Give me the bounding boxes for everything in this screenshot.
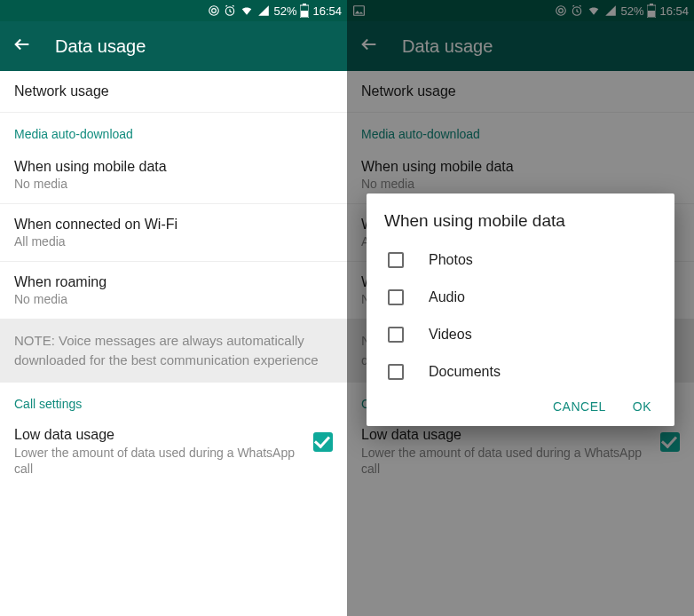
- checkbox-unchecked-icon[interactable]: [388, 289, 404, 305]
- dialog-mobile-data: When using mobile data Photos Audio Vide…: [367, 193, 674, 426]
- signal-icon: [257, 4, 270, 17]
- option-photos[interactable]: Photos: [384, 241, 657, 279]
- settings-list: Network usage Media auto-download When u…: [0, 71, 347, 488]
- alarm-icon: [224, 4, 236, 17]
- row-sub: All media: [14, 234, 333, 249]
- row-mobile-data[interactable]: When using mobile data No media: [0, 146, 347, 204]
- svg-rect-5: [301, 11, 308, 17]
- clock-text: 16:54: [312, 4, 342, 18]
- dialog-title: When using mobile data: [384, 211, 657, 231]
- row-network-usage[interactable]: Network usage: [0, 71, 347, 113]
- back-icon[interactable]: [12, 35, 32, 58]
- svg-point-0: [209, 6, 219, 16]
- wifi-icon: [240, 4, 254, 17]
- row-label: Low data usage: [14, 427, 304, 443]
- row-label: When connected on Wi-Fi: [14, 217, 333, 233]
- svg-point-1: [212, 9, 217, 13]
- battery-icon: [300, 4, 309, 18]
- note-text: NOTE: Voice messages are always automati…: [0, 319, 347, 383]
- option-label: Audio: [429, 289, 465, 305]
- screen-left: 52% 16:54 Data usage Network usage Media…: [0, 0, 347, 616]
- section-media-auto-download: Media auto-download: [0, 113, 347, 146]
- battery-percent: 52%: [273, 4, 296, 18]
- copyright-icon: [208, 4, 220, 17]
- ok-button[interactable]: OK: [633, 399, 651, 414]
- row-wifi[interactable]: When connected on Wi-Fi All media: [0, 204, 347, 262]
- checkbox-unchecked-icon[interactable]: [388, 327, 404, 343]
- option-documents[interactable]: Documents: [384, 353, 657, 391]
- row-label: When roaming: [14, 274, 333, 290]
- row-label: When using mobile data: [14, 159, 333, 175]
- option-videos[interactable]: Videos: [384, 316, 657, 353]
- option-label: Documents: [429, 364, 501, 380]
- option-label: Photos: [429, 252, 473, 268]
- cancel-button[interactable]: CANCEL: [553, 399, 606, 414]
- row-roaming[interactable]: When roaming No media: [0, 262, 347, 319]
- row-label: Network usage: [14, 83, 333, 99]
- checkbox-unchecked-icon[interactable]: [388, 252, 404, 268]
- option-audio[interactable]: Audio: [384, 279, 657, 316]
- row-sub: No media: [14, 292, 333, 306]
- status-bar: 52% 16:54: [0, 0, 347, 21]
- app-bar: Data usage: [0, 21, 347, 71]
- checkbox-unchecked-icon[interactable]: [388, 364, 404, 380]
- option-label: Videos: [429, 327, 472, 343]
- row-sub: No media: [14, 177, 333, 191]
- row-sub: Lower the amount of data used during a W…: [14, 445, 304, 478]
- page-title: Data usage: [55, 36, 146, 57]
- section-call-settings: Call settings: [0, 383, 347, 416]
- screen-right: 52% 16:54 Data usage Network usage Media…: [347, 0, 694, 616]
- row-low-data-usage[interactable]: Low data usage Lower the amount of data …: [0, 416, 347, 489]
- checkbox-checked-icon[interactable]: [313, 432, 333, 452]
